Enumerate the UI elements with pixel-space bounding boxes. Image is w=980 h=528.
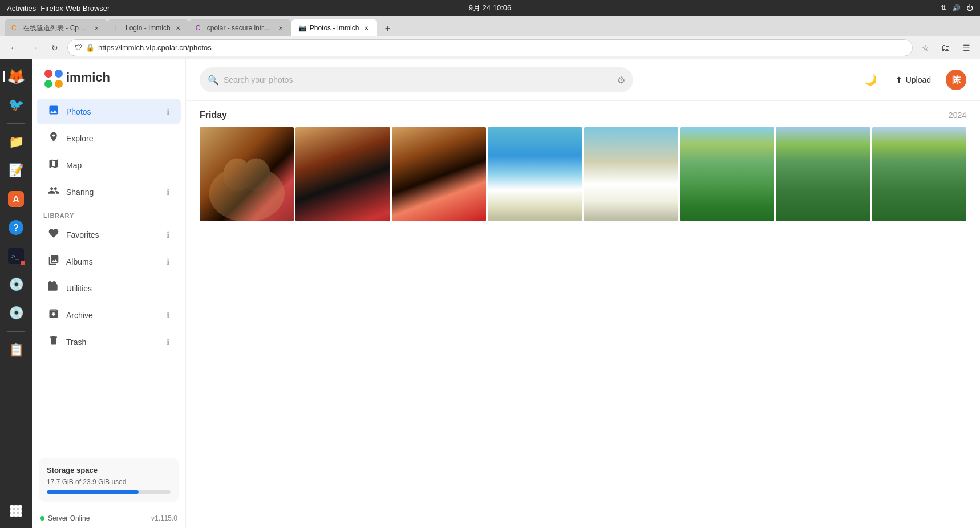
back-button[interactable]: ←: [6, 40, 22, 56]
url-text[interactable]: https://immich.vip.cpolar.cn/photos: [98, 43, 905, 52]
storage-title: Storage space: [47, 466, 171, 474]
sidebar-logo-text: immich: [66, 70, 110, 85]
url-bar[interactable]: 🛡 🔒 https://immich.vip.cpolar.cn/photos: [67, 39, 913, 56]
taskbar-apps-grid[interactable]: [3, 498, 29, 523]
storage-bar-fill: [47, 490, 139, 494]
sidebar-item-sharing[interactable]: Sharing ℹ: [37, 179, 181, 205]
disc2-icon: 💿: [9, 306, 24, 320]
svg-rect-6: [10, 505, 14, 509]
taskbar-help[interactable]: ?: [3, 215, 29, 240]
os-topbar-right: ⇅ 🔊 ⏻: [941, 4, 973, 12]
archive-nav-icon: [48, 308, 59, 322]
lock-icon: 🔒: [86, 43, 95, 52]
pocket-button[interactable]: 🗂: [938, 40, 954, 56]
sidebar-item-trash[interactable]: Trash ℹ: [37, 329, 181, 355]
explore-nav-icon: [48, 131, 59, 145]
taskbar-terminal[interactable]: >_: [3, 243, 29, 269]
svg-rect-12: [10, 513, 14, 517]
storage-widget: Storage space 17.7 GiB of 23.9 GiB used: [39, 458, 179, 502]
upload-button[interactable]: ⬆ Upload: [886, 71, 940, 89]
svg-point-16: [55, 70, 63, 78]
search-bar[interactable]: 🔍 Search your photos ⚙: [200, 67, 633, 92]
photo-item-cat2[interactable]: [295, 127, 390, 221]
taskbar-files[interactable]: 📁: [3, 129, 29, 155]
user-avatar[interactable]: 陈: [946, 70, 966, 90]
taskbar-firefox[interactable]: 🦊: [3, 64, 29, 89]
shield-icon: 🛡: [75, 43, 82, 52]
sidebar-photos-label: Photos: [66, 107, 91, 116]
sidebar-item-archive[interactable]: Archive ℹ: [37, 302, 181, 328]
firefox-icon: 🦊: [7, 68, 25, 86]
sharing-info-icon[interactable]: ℹ: [167, 188, 169, 197]
server-version: v1.115.0: [151, 514, 177, 522]
server-status: Server Online v1.115.0: [32, 509, 185, 528]
sidebar-item-favorites[interactable]: Favorites ℹ: [37, 222, 181, 247]
tab-close-cpolar2[interactable]: ✕: [277, 24, 285, 32]
photo-item-park3[interactable]: [872, 127, 966, 221]
archive-info-icon[interactable]: ℹ: [167, 311, 169, 320]
svg-text:?: ?: [13, 223, 19, 233]
svg-point-15: [44, 70, 52, 78]
server-online-dot: [40, 516, 44, 521]
user-initials: 陈: [952, 75, 961, 86]
taskbar-notes[interactable]: 📋: [3, 338, 29, 363]
map-nav-icon: [48, 158, 59, 172]
taskbar-disc1[interactable]: 💿: [3, 272, 29, 297]
trash-info-icon[interactable]: ℹ: [167, 338, 169, 347]
sidebar-item-map[interactable]: Map: [37, 152, 181, 178]
photo-item-bird1[interactable]: [488, 127, 582, 221]
sidebar-item-photos[interactable]: Photos ℹ: [37, 99, 181, 124]
sidebar-sharing-label: Sharing: [66, 188, 94, 197]
search-filter-icon[interactable]: ⚙: [617, 75, 625, 86]
tab-label-login: Login - Immich: [125, 24, 171, 32]
search-icon: 🔍: [208, 75, 219, 86]
sidebar-item-explore[interactable]: Explore: [37, 125, 181, 151]
server-status-label: Server Online: [48, 514, 90, 522]
tab-close-cpolar[interactable]: ✕: [92, 24, 100, 32]
sidebar-trash-label: Trash: [66, 338, 86, 347]
photo-item-bird2[interactable]: [584, 127, 678, 221]
svg-point-21: [242, 159, 270, 192]
search-placeholder: Search your photos: [224, 75, 293, 84]
os-topbar: Activities Firefox Web Browser 9月 24 10:…: [0, 0, 980, 16]
sidebar-item-albums[interactable]: Albums ℹ: [37, 249, 181, 274]
taskbar-disc2[interactable]: 💿: [3, 300, 29, 326]
browser-tab-photos[interactable]: 📷 Photos - Immich ✕: [291, 19, 378, 36]
sidebar-favorites-label: Favorites: [66, 230, 99, 239]
browser-tab-bar: C 在线隧道列表 - Cpolar ✕ I Login - Immich ✕ C…: [0, 16, 980, 36]
svg-rect-13: [14, 513, 18, 517]
photo-item-cat1[interactable]: [200, 127, 294, 221]
bookmark-button[interactable]: ☆: [917, 40, 933, 56]
taskbar-writer[interactable]: 📝: [3, 158, 29, 183]
activities-label[interactable]: Activities: [7, 4, 36, 13]
sidebar-item-utilities[interactable]: Utilities: [37, 275, 181, 301]
tab-close-login[interactable]: ✕: [174, 24, 182, 32]
photo-item-park2[interactable]: [776, 127, 870, 221]
browser-tab-cpolar[interactable]: C 在线隧道列表 - Cpolar ✕: [5, 19, 107, 36]
photo-item-cat3[interactable]: [392, 127, 486, 221]
forward-button[interactable]: →: [26, 40, 42, 56]
favorites-nav-icon: [48, 228, 59, 242]
section-date: Friday: [200, 110, 227, 120]
tab-favicon-cpolar2: C: [196, 24, 204, 32]
taskbar-appstore[interactable]: A: [3, 186, 29, 212]
main-content: 🔍 Search your photos ⚙ 🌙 ⬆ Upload 陈: [186, 59, 980, 528]
photo-item-park1[interactable]: [680, 127, 774, 221]
taskbar-thunderbird[interactable]: 🐦: [3, 92, 29, 117]
browser-controls: ← → ↻ 🛡 🔒 https://immich.vip.cpolar.cn/p…: [0, 36, 980, 59]
section-header: Friday 2024: [200, 110, 966, 120]
sidebar-explore-label: Explore: [66, 134, 93, 143]
theme-toggle-button[interactable]: 🌙: [860, 70, 881, 90]
sidebar-utilities-label: Utilities: [66, 284, 92, 293]
os-topbar-left: Activities Firefox Web Browser: [7, 4, 110, 13]
photos-info-icon[interactable]: ℹ: [167, 107, 169, 116]
reload-button[interactable]: ↻: [47, 40, 63, 56]
tab-close-photos[interactable]: ✕: [362, 24, 370, 32]
albums-info-icon[interactable]: ℹ: [167, 257, 169, 266]
browser-tab-cpolar2[interactable]: C cpolar - secure introspec… ✕: [189, 19, 291, 36]
browser-menu-button[interactable]: ☰: [958, 40, 974, 56]
favorites-info-icon[interactable]: ℹ: [167, 230, 169, 239]
browser-tab-login[interactable]: I Login - Immich ✕: [107, 19, 189, 36]
help-icon: ?: [8, 220, 24, 235]
new-tab-button[interactable]: +: [379, 21, 395, 36]
